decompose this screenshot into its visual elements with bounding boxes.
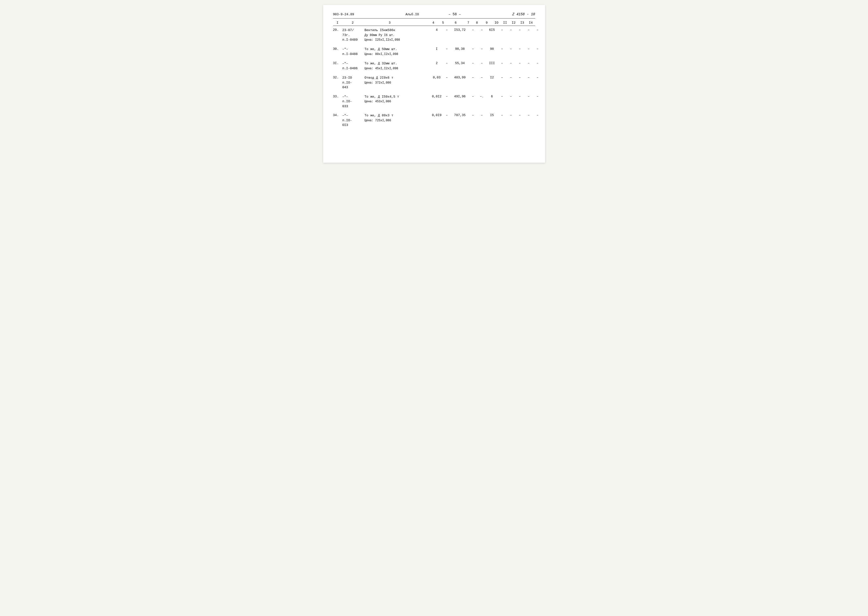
col-header-3: 3 [363,21,416,25]
row-data-col-9: 6I5 [486,28,498,32]
row-data-col-5: – [442,113,451,117]
row-number: 33. [333,94,343,98]
row-data-col-4: 4 [431,28,442,32]
table-row: 32.23-IO п.IO- 043Отвод Д 2I9х6 тЦена: 3… [333,75,535,90]
row-data-col-10: – [498,94,506,98]
row-code: –"– п.I-0486 [343,61,365,71]
row-data-col-14: – [533,61,542,65]
row-data-col-9: I2 [486,75,498,79]
row-code: –"– п.IO- 033 [343,94,365,109]
row-data-col-6: 787,35 [451,113,469,117]
row-number: 30. [333,47,343,51]
row-data-col-4: 0,03 [431,75,442,79]
row-data-col-7: – [469,61,478,65]
row-description: То же, Д 32мм шт.Цена: 45хI,I2хI,098 [365,61,431,71]
row-data-col-6: I53,72 [451,28,469,32]
row-data-col-10: – [498,75,506,79]
col-header-7: 7 [464,21,473,25]
col-header-4: 4 [428,21,439,25]
col-header-8: 8 [473,21,481,25]
row-data-col-12: – [516,75,524,79]
row-code: –"– п.I-0488 [343,47,365,57]
table-row: 3I.–"– п.I-0486То же, Д 32мм шт.Цена: 45… [333,61,535,71]
row-data-col-4: 0,0I9 [431,113,442,117]
row-code: 23-IO п.IO- 043 [343,75,365,90]
row-description: То же, Д 89х3 тЦена: 725хI,086 [365,113,431,123]
row-data-col-8: – [478,28,486,32]
row-number: 32. [333,75,343,79]
col-header-6: 6 [447,21,464,25]
row-code: 23-07/ 73г. п.I-0489 [343,28,365,42]
col-header-13: I3 [518,21,527,25]
row-number: 34. [333,113,343,117]
row-code: –"– п.IO- OI3 [343,113,365,128]
col-header-1: I [333,21,342,25]
row-data-col-12: – [516,47,524,51]
header-divider [333,18,535,19]
table-body: 29.23-07/ 73г. п.I-0489Вентиль I5нж586кД… [333,28,535,128]
header-center-group: Альб.IO – 58 – [406,12,461,16]
row-data-col-14: – [533,47,542,51]
row-data-col-13: – [524,47,533,51]
col-header-10: IO [492,21,501,25]
row-data-col-7: – [469,47,478,51]
row-data-col-5: – [442,75,451,79]
row-data-col-5: – [442,94,451,98]
row-data-col-9: 98 [486,47,498,51]
row-data-col-8: –. [478,94,486,98]
header-album: Альб.IO [406,13,419,16]
row-number: 29. [333,28,343,32]
col-header-11: II [501,21,509,25]
row-data-col-11: – [506,28,516,32]
row-data-col-7: – [469,75,478,79]
page: 903-9-24.89 Альб.IO – 58 – Z 4158 - 10 I… [323,5,545,163]
row-description: Вентиль I5нж586кДу 80мм Ру I6 шт.Цена: I… [365,28,431,42]
row-data-col-6: 98,38 [451,47,469,51]
col-header-5: 5 [439,21,447,25]
row-data-col-6: 403,99 [451,75,469,79]
col-header-14: I4 [527,21,535,25]
header-right-code: Z 4158 - 10 [512,12,535,16]
row-data-col-7: – [469,94,478,98]
header-doc-number: 903-9-24.89 [333,13,354,16]
row-description: Отвод Д 2I9х6 тЦена: 372хI,086 [365,75,431,85]
row-data-col-7: – [469,28,478,32]
row-data-col-6: 49I,96 [451,94,469,98]
row-data-col-11: – [506,61,516,65]
row-data-col-13: – [524,113,533,117]
row-data-col-14: – [533,28,542,32]
row-data-col-4: I [431,47,442,51]
row-description: То же, Д 50мм шт.Цена: 80хI,I2хI,098 [365,47,431,57]
row-data-col-12: – [516,113,524,117]
row-data-col-13: – [524,94,533,98]
col-header-2: 2 [342,21,363,25]
row-data-col-4: 0,0I2 [431,94,442,98]
row-data-col-4: 2 [431,61,442,65]
table-row: 30.–"– п.I-0488То же, Д 50мм шт.Цена: 80… [333,47,535,57]
row-data-col-5: – [442,47,451,51]
row-data-col-9: 6 [486,94,498,98]
row-data-col-14: – [533,94,542,98]
row-data-col-13: – [524,28,533,32]
row-data-col-8: – [478,75,486,79]
row-data-col-13: – [524,61,533,65]
row-data-col-7: – [469,113,478,117]
row-data-col-5: – [442,61,451,65]
row-data-col-10: – [498,113,506,117]
table-row: 34.–"– п.IO- OI3То же, Д 89х3 тЦена: 725… [333,113,535,128]
row-data-col-12: – [516,61,524,65]
row-data-col-5: – [442,28,451,32]
page-header: 903-9-24.89 Альб.IO – 58 – Z 4158 - 10 [333,12,535,16]
row-data-col-11: – [506,94,516,98]
row-number: 3I. [333,61,343,65]
row-description: То же, Д I59х4,5 тЦена: 453хI,086 [365,94,431,104]
row-data-col-12: – [516,28,524,32]
row-data-col-9: I5 [486,113,498,117]
row-data-col-14: – [533,113,542,117]
table-row: 29.23-07/ 73г. п.I-0489Вентиль I5нж586кД… [333,28,535,42]
row-data-col-13: – [524,75,533,79]
row-data-col-8: – [478,61,486,65]
row-data-col-8: – [478,113,486,117]
row-data-col-11: – [506,113,516,117]
row-data-col-10: – [498,61,506,65]
